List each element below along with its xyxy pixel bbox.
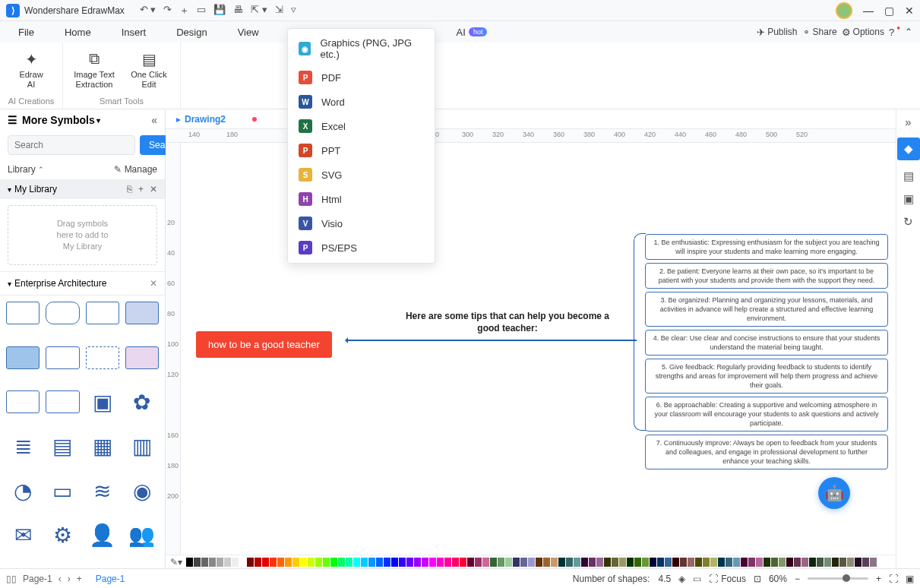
color-swatch[interactable]: [217, 558, 223, 567]
edraw-ai-button[interactable]: ✦ Edraw AI: [6, 46, 56, 95]
zoom-in-icon[interactable]: +: [876, 574, 881, 584]
color-swatch[interactable]: [574, 558, 580, 567]
shape-item[interactable]: [6, 346, 40, 369]
color-swatch[interactable]: [505, 558, 512, 567]
shape-item[interactable]: [125, 346, 159, 369]
color-swatch[interactable]: [756, 558, 763, 567]
maximize-icon[interactable]: ▢: [884, 5, 894, 17]
color-swatch[interactable]: [391, 558, 398, 567]
page-prev-icon[interactable]: ‹: [58, 574, 62, 584]
shape-item[interactable]: ◔: [6, 479, 40, 502]
page-list-icon[interactable]: ▯▯: [6, 574, 17, 584]
page-panel-icon[interactable]: ▤: [903, 169, 914, 183]
menu-file[interactable]: File: [3, 27, 49, 38]
color-swatch[interactable]: [680, 558, 687, 567]
layers-icon[interactable]: ◈: [678, 574, 685, 584]
color-swatch[interactable]: [642, 558, 649, 567]
color-swatch[interactable]: [498, 558, 504, 567]
color-swatch[interactable]: [513, 558, 520, 567]
color-swatch[interactable]: [277, 558, 284, 567]
color-swatch[interactable]: [612, 558, 618, 567]
color-swatch[interactable]: [414, 558, 421, 567]
tip-node[interactable]: 4. Be clear: Use clear and concise instr…: [645, 330, 888, 356]
menu-view[interactable]: View: [223, 27, 274, 38]
fit-icon[interactable]: ⊡: [754, 574, 761, 584]
color-swatch[interactable]: [672, 558, 679, 567]
menu-icon[interactable]: ☰: [8, 114, 17, 126]
shape-item[interactable]: [86, 346, 119, 369]
color-swatch[interactable]: [596, 558, 603, 567]
shape-item[interactable]: [6, 390, 40, 413]
fullscreen-icon[interactable]: ⛶: [889, 574, 898, 584]
manage-link[interactable]: ✎ Manage: [114, 164, 157, 175]
shape-item[interactable]: ≣: [6, 435, 40, 458]
color-swatch[interactable]: [543, 558, 550, 567]
shape-item[interactable]: [46, 302, 79, 324]
color-swatch[interactable]: [733, 558, 740, 567]
shape-item[interactable]: ▤: [46, 435, 79, 458]
symbol-search-input[interactable]: [8, 135, 135, 155]
shape-item[interactable]: ✉: [6, 524, 40, 547]
export-pseps[interactable]: PPS/EPS: [288, 236, 435, 260]
shape-item[interactable]: [46, 390, 79, 413]
color-swatch[interactable]: [437, 558, 444, 567]
color-swatch[interactable]: [422, 558, 428, 567]
color-swatch[interactable]: [315, 558, 322, 567]
color-swatch[interactable]: [839, 558, 846, 567]
color-swatch[interactable]: [308, 558, 315, 567]
color-swatch[interactable]: [262, 558, 269, 567]
user-avatar[interactable]: [836, 2, 852, 19]
tip-node[interactable]: 3. Be organized: Planning and organizing…: [645, 292, 888, 327]
menu-design[interactable]: Design: [161, 27, 222, 38]
document-tab[interactable]: ▸ Drawing2: [170, 112, 263, 126]
color-swatch[interactable]: [452, 558, 459, 567]
color-swatch[interactable]: [406, 558, 413, 567]
color-swatch[interactable]: [710, 558, 717, 567]
redo-icon[interactable]: ↷: [163, 4, 172, 17]
shape-item[interactable]: ▥: [125, 435, 159, 458]
color-swatch[interactable]: [855, 558, 862, 567]
color-swatch[interactable]: [801, 558, 808, 567]
color-swatch[interactable]: [657, 558, 664, 567]
menu-insert[interactable]: Insert: [106, 27, 162, 38]
color-swatch[interactable]: [619, 558, 626, 567]
color-swatch[interactable]: [748, 558, 755, 567]
fitpage-icon[interactable]: ▣: [906, 574, 914, 584]
color-swatch[interactable]: [551, 558, 558, 567]
color-swatch[interactable]: [786, 558, 793, 567]
add-lib-icon[interactable]: +: [138, 184, 144, 194]
shape-item[interactable]: ◉: [125, 479, 159, 502]
color-swatch[interactable]: [186, 558, 193, 567]
page-indicator[interactable]: Page-1: [96, 574, 125, 584]
color-swatch[interactable]: [224, 558, 231, 567]
shape-item[interactable]: 👥: [125, 524, 159, 547]
shape-item[interactable]: ≋: [86, 479, 119, 502]
color-swatch[interactable]: [581, 558, 588, 567]
color-swatch[interactable]: [467, 558, 474, 567]
import-icon[interactable]: ⇲: [275, 4, 283, 17]
color-swatch[interactable]: [627, 558, 634, 567]
color-swatch[interactable]: [482, 558, 489, 567]
color-swatch[interactable]: [201, 558, 208, 567]
color-swatch[interactable]: [650, 558, 656, 567]
color-swatch[interactable]: [604, 558, 611, 567]
shape-item[interactable]: 👤: [86, 524, 119, 547]
color-swatch[interactable]: [634, 558, 641, 567]
format-panel-icon[interactable]: ◆: [897, 138, 920, 160]
color-swatch[interactable]: [589, 558, 596, 567]
new-icon[interactable]: ＋: [179, 4, 189, 17]
eyedropper-icon[interactable]: ✎▾: [170, 557, 182, 567]
expand-right-icon[interactable]: »: [905, 115, 911, 128]
collapse-panel-icon[interactable]: «: [151, 114, 157, 126]
open-icon[interactable]: ▭: [197, 4, 206, 17]
export-ppt[interactable]: PPPT: [288, 138, 435, 163]
my-library-section[interactable]: ▾My Library ⎘ + ✕: [0, 179, 165, 199]
tip-node[interactable]: 7. Continuously improve: Always be open …: [645, 435, 888, 469]
mindmap-root-node[interactable]: how to be a good teacher: [196, 331, 332, 358]
color-swatch[interactable]: [270, 558, 277, 567]
color-swatch[interactable]: [665, 558, 672, 567]
export-visio[interactable]: VVisio: [288, 211, 435, 236]
color-swatch[interactable]: [330, 558, 337, 567]
export-graphics[interactable]: ◉Graphics (PNG, JPG etc.): [288, 32, 435, 65]
color-swatch[interactable]: [399, 558, 406, 567]
